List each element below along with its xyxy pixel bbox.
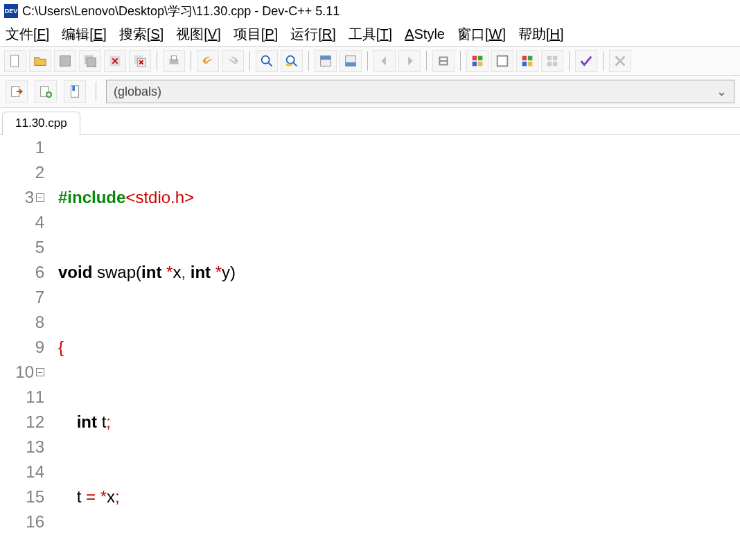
separator xyxy=(426,51,427,71)
svg-line-10 xyxy=(269,63,272,67)
tab-bar: 11.30.cpp xyxy=(0,108,740,135)
goto-button[interactable] xyxy=(6,80,28,103)
code-line: int t; xyxy=(51,410,740,435)
save-button[interactable] xyxy=(54,50,76,72)
svg-rect-30 xyxy=(553,56,557,60)
menu-search[interactable]: 搜索[S] xyxy=(119,25,164,44)
menu-run[interactable]: 运行[R] xyxy=(290,25,336,44)
svg-rect-13 xyxy=(286,64,292,67)
run-button[interactable] xyxy=(340,50,362,72)
svg-rect-15 xyxy=(321,56,331,60)
window-maximize-button[interactable] xyxy=(491,50,513,72)
replace-button[interactable] xyxy=(281,50,303,72)
svg-rect-0 xyxy=(11,55,19,67)
save-all-button[interactable] xyxy=(79,50,101,72)
menu-tools[interactable]: 工具[T] xyxy=(349,25,392,44)
chevron-down-icon: ⌄ xyxy=(716,84,727,99)
menu-bar: 文件[F] 编辑[E] 搜索[S] 视图[V] 项目[P] 运行[R] 工具[T… xyxy=(0,22,740,46)
svg-rect-32 xyxy=(553,62,557,66)
file-tab[interactable]: 11.30.cpp xyxy=(2,112,80,135)
separator xyxy=(603,51,604,71)
fold-icon[interactable]: − xyxy=(36,193,44,202)
line-gutter: 1 2 3− 4 5 6 7 8 9 10− 11 12 13 14 15 16 xyxy=(0,135,51,560)
bookmark-button[interactable] xyxy=(432,50,455,72)
add-button[interactable] xyxy=(35,80,57,103)
code-line: t = *x; xyxy=(51,484,740,509)
separator xyxy=(191,51,191,71)
svg-rect-28 xyxy=(528,62,532,66)
find-button[interactable] xyxy=(256,50,278,72)
undo-button[interactable] xyxy=(197,50,219,72)
code-line: void swap(int *x, int *y) xyxy=(51,260,740,285)
compile-button[interactable] xyxy=(315,50,337,72)
print-button[interactable] xyxy=(163,50,185,72)
fold-icon[interactable]: − xyxy=(36,368,44,376)
code-line: { xyxy=(51,335,740,360)
open-file-button[interactable] xyxy=(29,50,51,72)
separator xyxy=(367,51,368,71)
nav-back-button[interactable] xyxy=(373,50,396,72)
menu-edit[interactable]: 编辑[E] xyxy=(62,25,106,44)
scope-combo[interactable]: (globals) ⌄ xyxy=(106,80,734,103)
svg-rect-23 xyxy=(478,62,482,66)
code-editor[interactable]: 1 2 3− 4 5 6 7 8 9 10− 11 12 13 14 15 16… xyxy=(0,135,740,560)
svg-rect-21 xyxy=(478,56,482,60)
code-area[interactable]: #include<stdio.h> void swap(int *x, int … xyxy=(51,135,740,560)
svg-rect-24 xyxy=(497,56,508,67)
toolbar-row-2: (globals) ⌄ xyxy=(0,76,740,108)
toolbar xyxy=(0,46,740,76)
redo-button[interactable] xyxy=(222,50,244,72)
menu-file[interactable]: 文件[F] xyxy=(6,25,49,44)
svg-point-9 xyxy=(262,56,270,64)
bookmark-list-button[interactable] xyxy=(64,80,86,103)
check-button[interactable] xyxy=(575,50,597,72)
separator xyxy=(460,51,461,71)
svg-rect-25 xyxy=(522,56,527,60)
svg-rect-3 xyxy=(87,58,96,67)
menu-astyle[interactable]: AStyle xyxy=(405,26,445,42)
svg-rect-20 xyxy=(473,56,477,60)
svg-rect-22 xyxy=(473,62,477,66)
separator xyxy=(308,51,309,71)
grid-color-button-2[interactable] xyxy=(516,50,538,72)
separator xyxy=(96,82,96,101)
title-bar: DEV C:\Users\Lenovo\Desktop\学习\11.30.cpp… xyxy=(0,0,740,22)
delete-button[interactable] xyxy=(609,50,631,72)
menu-view[interactable]: 视图[V] xyxy=(176,25,220,44)
svg-rect-1 xyxy=(60,56,71,67)
svg-point-11 xyxy=(287,56,294,64)
window-title: C:\Users\Lenovo\Desktop\学习\11.30.cpp - D… xyxy=(22,3,340,19)
grid-button[interactable] xyxy=(541,50,563,72)
separator xyxy=(569,51,570,71)
scope-combo-value: (globals) xyxy=(114,85,161,99)
svg-rect-37 xyxy=(72,86,75,91)
svg-rect-29 xyxy=(547,56,552,60)
svg-rect-31 xyxy=(547,62,552,66)
separator xyxy=(157,51,157,71)
nav-forward-button[interactable] xyxy=(398,50,421,72)
menu-project[interactable]: 项目[P] xyxy=(234,25,278,44)
svg-line-12 xyxy=(294,63,297,67)
svg-rect-27 xyxy=(522,62,527,66)
svg-rect-8 xyxy=(171,56,176,60)
app-icon: DEV xyxy=(4,4,18,18)
grid-color-button[interactable] xyxy=(466,50,488,72)
menu-help[interactable]: 帮助[H] xyxy=(518,25,564,44)
close-all-button[interactable] xyxy=(129,50,151,72)
code-line: #include<stdio.h> xyxy=(51,185,740,210)
separator xyxy=(249,51,250,71)
close-file-button[interactable] xyxy=(104,50,126,72)
svg-rect-26 xyxy=(528,56,532,60)
svg-rect-17 xyxy=(346,62,356,67)
menu-window[interactable]: 窗口[W] xyxy=(457,25,506,44)
new-file-button[interactable] xyxy=(4,50,26,72)
